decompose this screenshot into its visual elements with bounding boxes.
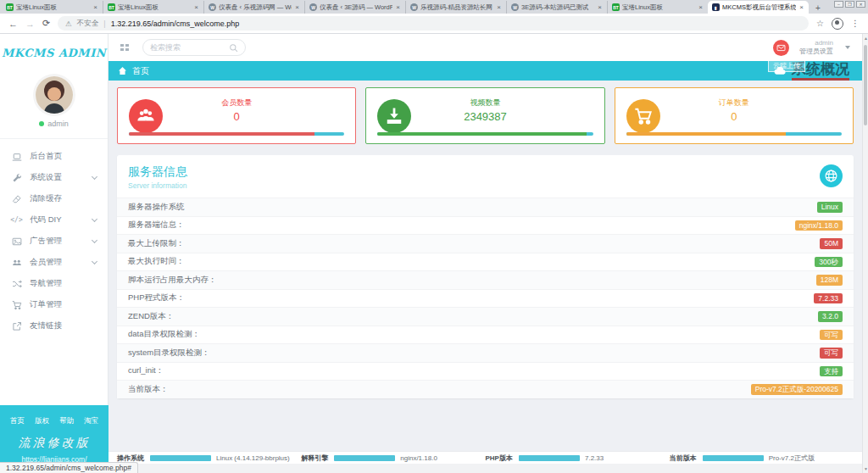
app-logo: MKCMS ADMIN <box>0 34 108 71</box>
system-status-bar: 操作系统 Linux (4.14.129-bbrplus) 解释引擎 nginx… <box>108 451 862 464</box>
sidebar-item-label: 友情链接 <box>30 320 62 331</box>
tab-close-icon[interactable]: × <box>496 3 502 11</box>
sidebar-item-members[interactable]: 会员管理 <box>0 252 108 273</box>
reload-icon[interactable]: ⟳ <box>42 18 50 29</box>
browser-profile-icon[interactable] <box>832 18 843 30</box>
browser-tab-active[interactable]: ▮MKCMS影视后台管理系统× <box>708 1 809 14</box>
server-info-row: curl_init：支持 <box>117 362 854 381</box>
sidebar-item-label: 系统设置 <box>30 172 62 183</box>
user-menu[interactable]: admin 管理员设置 <box>799 39 833 56</box>
window-close-button[interactable]: ✕ <box>856 1 865 8</box>
scroll-up-icon[interactable]: ▲ <box>863 36 868 41</box>
vertical-scrollbar[interactable]: ▲ ▼ <box>862 34 868 473</box>
stat-label: 视频数量 <box>366 97 604 109</box>
stat-card-videos: 视频数量2349387 <box>365 87 604 144</box>
bottom-strip <box>108 464 862 473</box>
bookmark-star-icon[interactable]: ☆ <box>816 19 824 28</box>
search-box[interactable] <box>142 39 246 56</box>
cart-icon <box>11 299 22 310</box>
status-badge: 可写 <box>820 330 843 341</box>
status-value: 7.2.33 <box>585 454 604 462</box>
browser-tab[interactable]: W仪表盘 ‹ 乐视源码网 — Wo× <box>203 1 304 14</box>
row-label: PHP程式版本： <box>128 292 185 303</box>
window-minimize-button[interactable]: – <box>834 1 843 8</box>
tab-close-icon[interactable]: × <box>798 3 804 11</box>
browser-tab[interactable]: BT宝塔Linux面板× <box>103 1 203 14</box>
browser-tab[interactable]: W3E源码-本站源码已测试× <box>506 1 607 14</box>
breadcrumb[interactable]: 首页 <box>132 65 149 77</box>
avatar[interactable] <box>36 76 73 114</box>
stat-progress-track <box>129 132 344 136</box>
sidebar-item-friend-links[interactable]: 友情链接 <box>0 315 108 337</box>
sidebar-item-code-diy[interactable]: </> 代码 DIY <box>0 209 108 231</box>
browser-tab[interactable]: BT宝塔Linux面板× <box>607 1 708 14</box>
sidebar-item-ads[interactable]: 广告管理 <box>0 231 108 252</box>
search-icon <box>229 43 238 53</box>
sidebar-item-label: 广告管理 <box>30 236 62 247</box>
window-maximize-button[interactable]: ❐ <box>845 1 854 8</box>
back-icon[interactable]: ← <box>8 19 18 29</box>
forward-icon[interactable]: → <box>25 19 35 29</box>
browser-address-bar: ← → ⟳ ⚠ 不安全 | 1.32.219.65/admin/cms_welc… <box>0 14 868 34</box>
stat-progress-track <box>626 132 842 136</box>
tab-close-icon[interactable]: × <box>92 3 98 11</box>
tab-title: 宝塔Linux面板 <box>16 3 90 12</box>
sidebar-item-orders[interactable]: 订单管理 <box>0 294 108 315</box>
sidebar-item-label: 代码 DIY <box>30 214 61 225</box>
tab-close-icon[interactable]: × <box>597 3 603 11</box>
footer-link-help[interactable]: 帮助 <box>59 416 74 426</box>
wrench-icon <box>11 172 22 183</box>
tab-close-icon[interactable]: × <box>294 3 300 11</box>
footer-link-taobao[interactable]: 淘宝 <box>84 416 98 426</box>
sidebar-item-system-settings[interactable]: 系统设置 <box>0 167 108 188</box>
tab-close-icon[interactable]: × <box>698 3 704 11</box>
footer-link-copyright[interactable]: 版权 <box>35 416 49 426</box>
server-info-row: ZEND版本：3.2.0 <box>117 307 854 326</box>
url-omnibox[interactable]: ⚠ 不安全 | 1.32.219.65/admin/cms_welcome.ph… <box>58 16 809 31</box>
status-value: nginx/1.18.0 <box>400 454 437 462</box>
new-tab-button[interactable]: + <box>812 3 824 14</box>
cloud-upload-button[interactable]: 云端上传 <box>768 59 805 72</box>
browser-menu-icon[interactable]: ⋮ <box>851 19 860 28</box>
code-icon: </> <box>11 214 22 225</box>
menu-toggle-icon[interactable] <box>120 44 129 51</box>
messages-icon[interactable] <box>773 40 789 56</box>
row-label: ZEND版本： <box>128 311 174 322</box>
sidebar-item-dashboard[interactable]: 后台首页 <box>0 146 108 167</box>
status-badge: 可写 <box>820 348 843 359</box>
omnibox-divider: | <box>103 19 105 28</box>
tab-title: 仪表盘 ‹ 3E源码 — WordP <box>320 3 392 12</box>
wordpress-favicon-icon: W <box>309 3 317 11</box>
status-label: 解释引擎 <box>301 454 328 463</box>
footer-link-home[interactable]: 首页 <box>10 416 25 426</box>
sidebar-item-clear-cache[interactable]: 清除缓存 <box>0 188 108 209</box>
row-label: 当前版本： <box>128 384 169 395</box>
browser-tab[interactable]: BT宝塔Linux面板× <box>2 1 103 14</box>
image-icon <box>11 236 22 247</box>
browser-tab[interactable]: W仪表盘 ‹ 3E源码 — WordP× <box>304 1 405 14</box>
status-badge: 128M <box>816 275 843 286</box>
row-label: curl_init： <box>128 365 164 376</box>
scroll-down-icon[interactable]: ▼ <box>863 466 868 471</box>
users-icon <box>11 257 22 268</box>
browser-tab-strip: BT宝塔Linux面板× BT宝塔Linux面板× W仪表盘 ‹ 乐视源码网 —… <box>0 0 868 14</box>
server-info-row: 最大执行时间：300秒 <box>117 253 854 271</box>
stat-card-members: 会员数量0 <box>117 87 356 144</box>
external-link-icon <box>11 320 22 331</box>
not-secure-warning-icon: ⚠ <box>65 19 72 28</box>
sidebar-item-label: 订单管理 <box>30 299 62 310</box>
browser-tab[interactable]: W乐视源码-精品资源站长网× <box>405 1 506 14</box>
stat-cards-row: 会员数量0 视频数量2349387 订单数量0 <box>108 81 862 155</box>
scrollbar-thumb[interactable] <box>864 45 867 125</box>
tab-close-icon[interactable]: × <box>193 3 199 11</box>
tab-title: 仪表盘 ‹ 乐视源码网 — Wo <box>219 3 292 12</box>
search-input[interactable] <box>150 43 222 52</box>
main-content: 会员数量0 视频数量2349387 订单数量0 服务器信息 Server inf… <box>108 81 862 452</box>
wordpress-favicon-icon: W <box>511 3 519 11</box>
home-icon <box>118 66 127 75</box>
stat-progress-fill <box>377 132 587 136</box>
sidebar-item-navigation[interactable]: 导航管理 <box>0 273 108 294</box>
bt-favicon-icon: BT <box>6 3 14 11</box>
tab-close-icon[interactable]: × <box>395 3 401 11</box>
laptop-icon <box>11 151 22 162</box>
